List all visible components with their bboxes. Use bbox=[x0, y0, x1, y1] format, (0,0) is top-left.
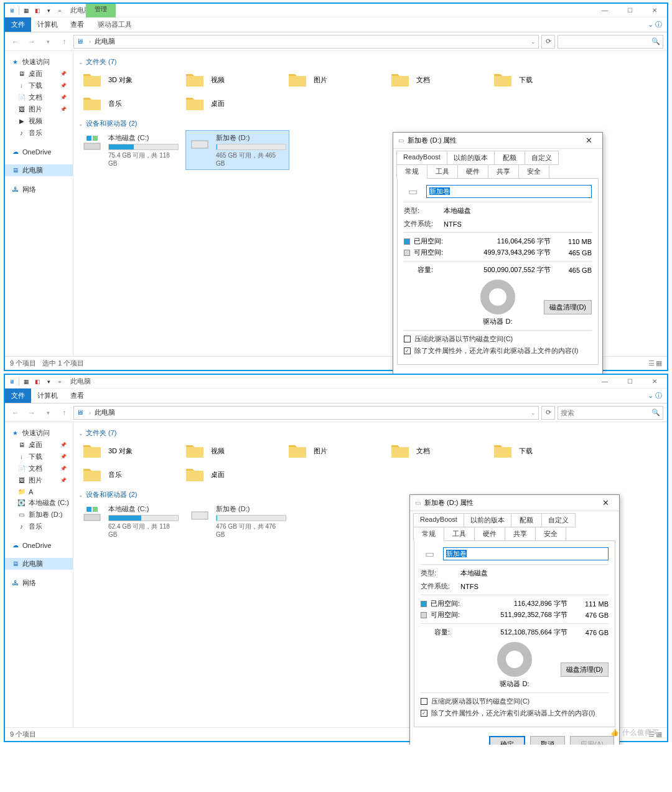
search-icon[interactable]: 🔍 bbox=[651, 37, 660, 45]
ribbon-tab-0[interactable]: 文件 bbox=[5, 389, 31, 403]
dialog-tab[interactable]: 自定义 bbox=[525, 151, 559, 165]
ok-button[interactable]: 确定 bbox=[489, 736, 525, 745]
sidebar-quick-item[interactable]: ♪音乐 bbox=[5, 127, 73, 139]
close-icon[interactable]: ✕ bbox=[597, 498, 614, 507]
sidebar-this-pc[interactable]: 🖥此电脑 bbox=[5, 558, 73, 570]
sidebar-quick-item[interactable]: ↓下载📌 bbox=[5, 451, 73, 463]
titlebar[interactable]: 🖥 ▦ ◧ ▾ = 此电脑 — ☐ ✕ bbox=[5, 375, 667, 389]
breadcrumb[interactable]: 此电脑 bbox=[95, 37, 115, 46]
minimize-button[interactable]: — bbox=[592, 375, 617, 389]
folder-item[interactable]: 音乐 bbox=[78, 463, 181, 486]
sidebar-quick-item[interactable]: ▭新加卷 (D:) bbox=[5, 509, 73, 521]
compress-checkbox-row[interactable]: 压缩此驱动器以节约磁盘空间(C) bbox=[404, 334, 592, 344]
qat-dropdown-icon[interactable]: ▾ bbox=[44, 377, 53, 386]
folders-group-header[interactable]: ⌄文件夹 (7) bbox=[78, 427, 662, 439]
breadcrumb[interactable]: 此电脑 bbox=[95, 408, 115, 417]
search-box[interactable]: 🔍 bbox=[558, 406, 663, 420]
ribbon-tab-2[interactable]: 查看 bbox=[64, 389, 90, 403]
sidebar-quick-item[interactable]: 🖼图片📌 bbox=[5, 103, 73, 115]
dialog-tab[interactable]: 硬件 bbox=[457, 164, 488, 179]
sidebar-quick-item[interactable]: 📁A bbox=[5, 486, 73, 497]
folder-item[interactable]: 桌面 bbox=[181, 92, 284, 115]
ribbon-tab-2[interactable]: 查看 bbox=[64, 17, 90, 32]
sidebar-quick-item[interactable]: ♪音乐 bbox=[5, 521, 73, 532]
addr-dropdown-icon[interactable]: ⌄ bbox=[531, 410, 536, 416]
close-button[interactable]: ✕ bbox=[642, 4, 667, 17]
qat-icon[interactable]: ◧ bbox=[33, 377, 42, 386]
drive-item[interactable]: 新加卷 (D:)476 GB 可用，共 476 GB bbox=[186, 502, 289, 540]
index-checkbox-row[interactable]: ✓除了文件属性外，还允许索引此驱动器上文件的内容(I) bbox=[421, 709, 609, 718]
sidebar-onedrive[interactable]: ☁OneDrive bbox=[5, 146, 73, 157]
dialog-tab[interactable]: ReadyBoost bbox=[396, 151, 447, 165]
sidebar-quick-item[interactable]: 💽本地磁盘 (C:) bbox=[5, 497, 73, 509]
volume-name-input[interactable]: 新加卷 bbox=[443, 547, 609, 560]
search-input[interactable] bbox=[561, 38, 651, 45]
search-box[interactable]: 🔍 bbox=[558, 35, 663, 49]
folder-item[interactable]: 下载 bbox=[489, 68, 592, 92]
sidebar-quick-item[interactable]: 🖥桌面📌 bbox=[5, 68, 73, 80]
search-input[interactable] bbox=[561, 409, 651, 417]
minimize-button[interactable]: — bbox=[592, 4, 617, 17]
back-button[interactable]: ← bbox=[9, 35, 22, 49]
forward-button[interactable]: → bbox=[25, 35, 39, 49]
maximize-button[interactable]: ☐ bbox=[617, 375, 642, 389]
history-dropdown[interactable]: ▾ bbox=[41, 406, 55, 420]
disk-cleanup-button[interactable]: 磁盘清理(D) bbox=[561, 662, 609, 677]
dialog-tab[interactable]: 以前的版本 bbox=[464, 513, 511, 527]
drive-item[interactable]: 新加卷 (D:)465 GB 可用，共 465 GB bbox=[186, 131, 289, 169]
context-tab-label[interactable]: 管理 bbox=[86, 4, 116, 17]
refresh-button[interactable]: ⟳ bbox=[541, 406, 555, 420]
addr-dropdown-icon[interactable]: ⌄ bbox=[531, 39, 536, 45]
folder-item[interactable]: 下载 bbox=[489, 439, 592, 463]
sidebar-quick-item[interactable]: 📄文档📌 bbox=[5, 92, 73, 103]
dialog-tab[interactable]: 自定义 bbox=[541, 513, 576, 527]
close-button[interactable]: ✕ bbox=[642, 375, 667, 389]
forward-button[interactable]: → bbox=[25, 406, 39, 420]
drive-item[interactable]: 本地磁盘 (C:)75.4 GB 可用，共 118 GB bbox=[78, 131, 181, 169]
ribbon-tab-0[interactable]: 文件 bbox=[5, 17, 31, 32]
address-bar[interactable]: 🖥 › 此电脑 ⌄ bbox=[73, 35, 539, 49]
dialog-tab[interactable]: 共享 bbox=[488, 164, 519, 179]
dialog-tab[interactable]: 配额 bbox=[511, 513, 542, 527]
sidebar-network[interactable]: 🖧网络 bbox=[5, 577, 73, 589]
drives-group-header[interactable]: ⌄设备和驱动器 (2) bbox=[78, 118, 662, 130]
help-icon[interactable]: ⌄ ⓘ bbox=[648, 391, 662, 400]
volume-name-input[interactable]: 新加卷 bbox=[426, 185, 592, 198]
dialog-titlebar[interactable]: ▭ 新加卷 (D:) 属性 ✕ bbox=[410, 495, 619, 511]
sidebar-quick-access[interactable]: ★快速访问 bbox=[5, 427, 73, 439]
dialog-tab[interactable]: 安全 bbox=[535, 527, 566, 541]
dialog-tab[interactable]: 常规 bbox=[396, 164, 427, 179]
drive-item[interactable]: 本地磁盘 (C:)62.4 GB 可用，共 118 GB bbox=[78, 502, 181, 540]
ribbon-tab-1[interactable]: 计算机 bbox=[31, 389, 64, 403]
sidebar-network[interactable]: 🖧网络 bbox=[5, 184, 73, 196]
dialog-tab[interactable]: ReadyBoost bbox=[413, 513, 464, 527]
qat-dropdown-icon[interactable]: ▾ bbox=[44, 6, 53, 15]
qat-icon[interactable]: ◧ bbox=[33, 6, 42, 15]
help-icon[interactable]: ⌄ ⓘ bbox=[648, 20, 662, 29]
dialog-tab[interactable]: 硬件 bbox=[474, 527, 505, 541]
address-bar[interactable]: 🖥 › 此电脑 ⌄ bbox=[73, 406, 539, 420]
view-details-icon[interactable]: ☰ bbox=[648, 359, 655, 367]
folders-group-header[interactable]: ⌄文件夹 (7) bbox=[78, 56, 662, 68]
dialog-tab[interactable]: 共享 bbox=[505, 527, 536, 541]
folder-item[interactable]: 3D 对象 bbox=[78, 439, 181, 463]
folder-item[interactable]: 文档 bbox=[386, 68, 489, 92]
folder-item[interactable]: 视频 bbox=[181, 439, 284, 463]
apply-button[interactable]: 应用(A) bbox=[570, 736, 614, 745]
dialog-tab[interactable]: 配额 bbox=[494, 151, 525, 165]
folder-item[interactable]: 图片 bbox=[284, 439, 386, 463]
cancel-button[interactable]: 取消 bbox=[530, 736, 565, 745]
refresh-button[interactable]: ⟳ bbox=[541, 35, 555, 49]
maximize-button[interactable]: ☐ bbox=[617, 4, 642, 17]
folder-item[interactable]: 音乐 bbox=[78, 92, 181, 115]
folder-item[interactable]: 文档 bbox=[386, 439, 489, 463]
search-icon[interactable]: 🔍 bbox=[651, 408, 660, 417]
sidebar-quick-item[interactable]: 🖼图片📌 bbox=[5, 474, 73, 486]
ribbon-tab-ctx[interactable]: 驱动器工具 bbox=[91, 17, 138, 32]
dialog-tab[interactable]: 安全 bbox=[518, 164, 549, 179]
sidebar-quick-item[interactable]: ↓下载📌 bbox=[5, 80, 73, 92]
sidebar-quick-item[interactable]: 📄文档📌 bbox=[5, 463, 73, 474]
close-icon[interactable]: ✕ bbox=[580, 136, 597, 145]
folder-item[interactable]: 图片 bbox=[284, 68, 386, 92]
dialog-tab[interactable]: 工具 bbox=[444, 527, 475, 541]
